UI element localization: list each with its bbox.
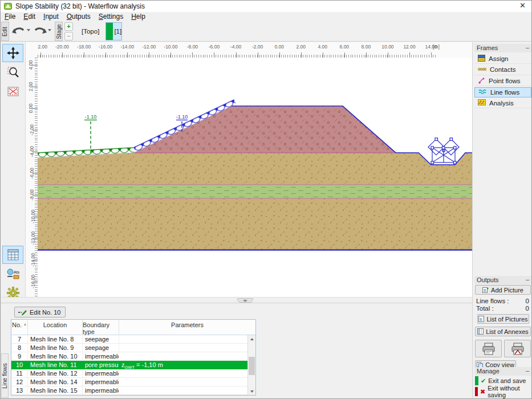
cell-location: Mesh line No. 14 <box>28 378 83 386</box>
magnifier-icon <box>7 66 19 79</box>
menubar: FileEditInputOutputsSettingsHelp <box>1 12 531 21</box>
frame-item-contacts[interactable]: Contacts <box>474 65 531 75</box>
cross-icon: ✖ <box>480 388 485 396</box>
menu-settings[interactable]: Settings <box>95 13 127 21</box>
edit-row-button[interactable]: Edit No. 10 <box>14 307 66 317</box>
titlebar: Slope Stability (32 bit) - Waterflow ana… <box>1 1 531 12</box>
h-ruler-label: -6.00 <box>209 44 220 50</box>
splitter-handle-icon[interactable] <box>237 298 253 303</box>
h-ruler-label: 4.00 <box>318 44 327 50</box>
h-ruler-label: -14.00 <box>120 44 134 50</box>
h-ruler-label: -22.00 <box>38 44 47 50</box>
h-ruler-major-tick <box>409 52 410 58</box>
table-header-parameters[interactable]: Parameters <box>119 320 255 335</box>
printer-numbered-icon <box>511 343 525 355</box>
h-ruler-label: 10.00 <box>381 44 393 50</box>
cell-parameters <box>119 378 247 386</box>
table-header-location[interactable]: Location <box>28 320 83 335</box>
table-header-no[interactable]: No. ▲ <box>11 320 28 335</box>
zoom-fit-button[interactable] <box>2 83 23 101</box>
table-view-button[interactable] <box>2 246 23 264</box>
frame-item-analysis[interactable]: Analysis <box>474 98 531 108</box>
undo-dropdown-icon[interactable] <box>27 29 30 31</box>
scrollbar-thumb[interactable] <box>249 357 255 375</box>
menu-file[interactable]: File <box>1 13 19 21</box>
cell-no: 10 <box>11 361 28 369</box>
remove-stage-button[interactable]: − <box>64 32 73 40</box>
stage-button-topo[interactable]: [Topo] <box>77 22 104 40</box>
list-of-annexes-button[interactable]: List of Annexes <box>475 327 531 336</box>
menu-input[interactable]: Input <box>39 13 63 21</box>
contacts-icon <box>478 66 486 73</box>
edit-mode-tab[interactable]: Edit <box>1 22 9 41</box>
cell-location: Mesh line No. 10 <box>28 352 83 360</box>
total-count-value: 0 <box>526 305 529 312</box>
redo-dropdown-icon[interactable] <box>48 29 51 31</box>
table-header-boundary-type[interactable]: Boundary type <box>83 320 119 335</box>
close-icon[interactable]: ✕ <box>519 1 526 10</box>
table-row-12[interactable]: 12Mesh line No. 14impermeable <box>11 378 247 386</box>
add-stage-button[interactable]: + <box>64 22 73 31</box>
table-row-11[interactable]: 11Mesh line No. 12impermeable <box>11 369 247 378</box>
manage-minimize-icon[interactable]: – <box>526 367 529 374</box>
list-of-pictures-button[interactable]: B List of Pictures <box>477 314 529 324</box>
line-flows-frame-tab[interactable]: Line flows <box>1 353 9 398</box>
h-ruler-label: 2.00 <box>296 44 306 50</box>
table-row-7[interactable]: 7Mesh line No. 8seepage <box>11 335 247 344</box>
menu-outputs[interactable]: Outputs <box>63 13 95 21</box>
scroll-up-icon[interactable] <box>248 335 255 343</box>
stage-tab[interactable]: Stage <box>55 22 63 41</box>
v-ruler-major-tick <box>33 87 38 87</box>
gwt-left-value: -1.10 <box>85 114 97 120</box>
frame-item-point-flows[interactable]: Point flows <box>474 76 531 86</box>
edit-pencil-icon <box>18 309 27 315</box>
cell-no: 8 <box>11 344 28 352</box>
frame-item-assign[interactable]: Assign <box>474 54 531 64</box>
undo-button[interactable] <box>10 23 27 39</box>
table-header-row: No. ▲ Location Boundary type Parameters <box>11 320 255 335</box>
exit-and-save-button[interactable]: ✔ Exit and save <box>475 376 531 385</box>
add-picture-button[interactable]: B Add Picture <box>475 285 531 295</box>
frame-item-line-flows[interactable]: Line flows <box>474 87 531 97</box>
table-row-13[interactable]: 13Mesh line No. 15impermeable <box>11 386 247 395</box>
outputs-minimize-icon[interactable]: – <box>526 276 529 283</box>
cell-no: 9 <box>11 352 28 360</box>
pan-tool-button[interactable] <box>2 44 23 62</box>
cell-no: 13 <box>11 386 28 394</box>
h-ruler-major-tick <box>40 52 41 58</box>
cell-location: Mesh line No. 9 <box>28 344 83 352</box>
table-scrollbar[interactable] <box>247 335 255 395</box>
manage-panel-header: Manage – <box>474 367 531 376</box>
horizontal-splitter[interactable] <box>1 297 472 303</box>
table-row-8[interactable]: 8Mesh line No. 9seepage <box>11 344 247 352</box>
stage-button-1[interactable]: [1] <box>105 22 122 40</box>
drawing-settings-button[interactable]: Abc <box>2 265 23 283</box>
cell-location: Mesh line No. 8 <box>28 335 83 343</box>
print-button[interactable] <box>475 340 502 357</box>
h-ruler-major-tick <box>258 52 258 58</box>
h-ruler-label: -20.00 <box>55 44 69 50</box>
menu-edit[interactable]: Edit <box>19 13 39 21</box>
cell-no: 12 <box>11 378 28 386</box>
table-row-9[interactable]: 9Mesh line No. 10impermeable <box>11 352 247 361</box>
gwt-slope-value: -1.10 <box>176 114 188 120</box>
cell-location: Mesh line No. 15 <box>28 386 83 394</box>
redo-button[interactable] <box>31 23 48 39</box>
h-ruler-major-tick <box>127 52 128 58</box>
toolbar: Edit Stage + − [Topo][1] <box>1 21 531 42</box>
print-numbered-button[interactable] <box>504 340 531 357</box>
scroll-down-icon[interactable] <box>248 388 255 395</box>
frames-minimize-icon[interactable]: – <box>526 44 529 51</box>
cell-boundary-type: impermeable <box>83 369 119 377</box>
frame-item-label: Assign <box>489 55 509 62</box>
stage-buttons: [Topo][1] <box>77 22 122 40</box>
exit-without-saving-button[interactable]: ✖ Exit without saving <box>475 387 531 396</box>
drawing-canvas[interactable]: -1.10 -1.10 <box>38 58 472 297</box>
h-ruler-label: -18.00 <box>77 44 91 50</box>
v-ruler-major-tick <box>33 173 38 174</box>
menu-help[interactable]: Help <box>127 13 149 21</box>
table-row-10[interactable]: 10Mesh line No. 11pore pressurezGWT = -1… <box>11 361 247 369</box>
cell-parameters <box>119 344 247 352</box>
zoom-tool-button[interactable] <box>2 63 23 82</box>
v-ruler-major-tick <box>33 65 38 66</box>
